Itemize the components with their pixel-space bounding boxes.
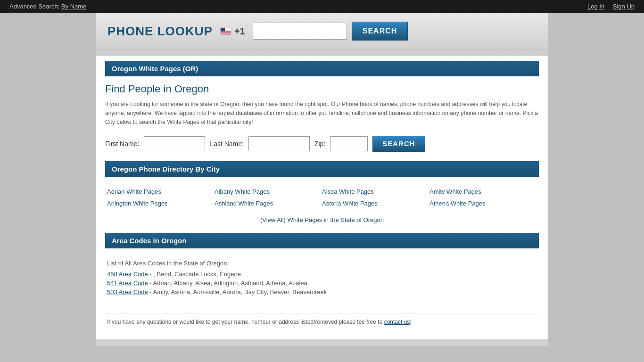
area-code-458-link[interactable]: 458 Area Code [107, 271, 148, 278]
bottom-bar [96, 339, 548, 346]
by-name-link[interactable]: By Name [61, 3, 86, 10]
area-code-458: 458 Area Code - , Bend, Cascade Locks, E… [107, 271, 537, 278]
city-link-arlington[interactable]: Arlington White Pages [107, 200, 215, 207]
oregon-header-title: Oregon White Pages (OR) [112, 65, 198, 73]
city-link-alsea[interactable]: Alsea White Pages [322, 188, 429, 195]
adv-search-text: Advanced Search: [9, 3, 59, 10]
contact-us-link[interactable]: contact us [384, 319, 410, 325]
phone-lookup-title: PHONE LOOKUP [107, 24, 213, 39]
country-code-prefix: +1 [220, 26, 245, 37]
view-all-link-container: (View All) White Pages in the State of O… [105, 216, 539, 223]
last-name-input[interactable] [248, 136, 310, 151]
footer-note: If you have any questions or would like … [105, 313, 539, 330]
phone-lookup-search-button[interactable]: SEARCH [352, 22, 408, 41]
last-name-label: Last Name: [210, 140, 244, 148]
city-link-adrian[interactable]: Adrian White Pages [107, 188, 215, 195]
first-name-label: First Name: [105, 140, 139, 148]
advanced-search-label: Advanced Search: By Name [9, 3, 86, 10]
city-directory-grid: Adrian White Pages Albany White Pages Al… [105, 183, 539, 212]
directory-section-header: Oregon Phone Directory By City [105, 161, 539, 177]
login-link[interactable]: Log In [587, 3, 604, 10]
area-code-503: 503 Area Code - Amity, Astoria, Aumsvill… [107, 288, 537, 296]
footer-note-before: If you have any questions or would like … [107, 319, 384, 325]
city-link-ashland[interactable]: Ashland White Pages [215, 200, 322, 207]
area-codes-list-label: List of All Area Codes in the State of O… [107, 260, 537, 267]
city-link-athena[interactable]: Athena White Pages [429, 200, 537, 207]
phone-lookup-bar: PHONE LOOKUP +1 SEARCH [96, 13, 548, 49]
people-search-button[interactable]: SEARCH [372, 136, 425, 152]
city-link-albany[interactable]: Albany White Pages [215, 188, 322, 195]
country-code-text: +1 [234, 26, 245, 37]
first-name-input[interactable] [144, 136, 205, 151]
auth-links: Log In Sign Up [581, 3, 635, 10]
area-codes-content: List of All Area Codes in the State of O… [105, 255, 539, 304]
zip-input[interactable] [330, 136, 368, 151]
city-link-amity[interactable]: Amity White Pages [429, 188, 537, 195]
area-code-541: 541 Area Code - Adrian, Albany, Alsea, A… [107, 280, 537, 287]
zip-label: Zip: [314, 140, 325, 148]
top-navigation-bar: Advanced Search: By Name Log In Sign Up [0, 0, 644, 13]
us-flag-icon [220, 27, 231, 35]
area-code-503-link[interactable]: 503 Area Code [107, 288, 148, 296]
signup-link[interactable]: Sign Up [613, 3, 635, 10]
phone-lookup-input[interactable] [253, 23, 347, 40]
banner-triangle [96, 49, 548, 56]
view-all-link[interactable]: (View All) White Pages in the State of O… [260, 216, 384, 223]
area-codes-header-title: Area Codes in Oregon [112, 237, 186, 245]
page-wrapper: PHONE LOOKUP +1 SEARCH Oregon White Page… [96, 13, 548, 346]
area-code-541-link[interactable]: 541 Area Code [107, 280, 148, 287]
triangle-decoration [315, 49, 329, 56]
oregon-white-pages-header: Oregon White Pages (OR) [105, 61, 539, 76]
main-content: Oregon White Pages (OR) Find People in O… [96, 56, 548, 339]
description-text: If you are Looking for someone in the st… [105, 100, 539, 127]
directory-header-title: Oregon Phone Directory By City [112, 165, 220, 173]
area-codes-section-header: Area Codes in Oregon [105, 233, 539, 248]
find-people-heading: Find People in Oregon [105, 83, 539, 95]
people-search-form: First Name: Last Name: Zip: SEARCH [105, 136, 539, 152]
footer-note-after: ! [410, 319, 411, 325]
city-link-astoria[interactable]: Astoria White Pages [322, 200, 429, 207]
